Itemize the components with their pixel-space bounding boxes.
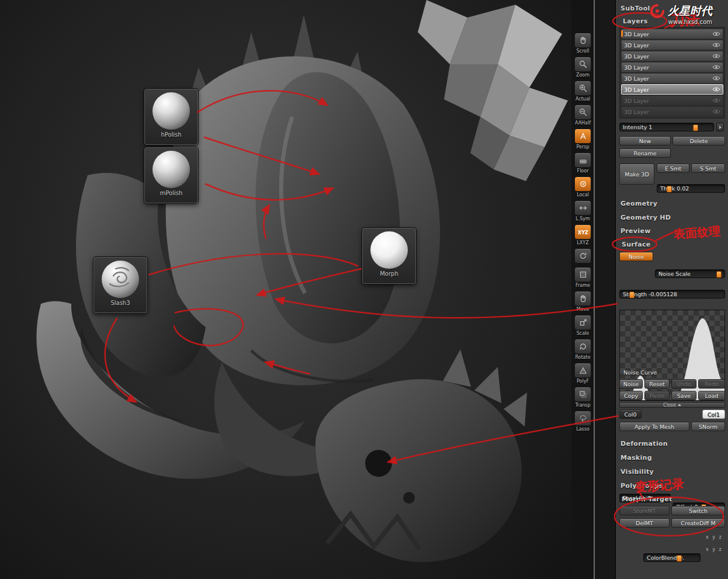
magnifier-icon (574, 105, 591, 120)
tool-scale[interactable]: Scale (574, 315, 591, 336)
geometry-header[interactable]: Geometry (620, 200, 657, 207)
delmt-button[interactable]: DelMT (619, 518, 670, 528)
eye-icon[interactable] (712, 42, 720, 48)
viewport-canvas[interactable]: hPolish mPolish Slash3 Morph (0, 0, 571, 579)
visibility-header[interactable]: Visibility (620, 468, 654, 476)
morph-xyz-toggles[interactable]: x y z (706, 535, 723, 540)
tool-palette: SubTool Layers 3D Layer 3D Layer 3D Laye… (615, 0, 728, 579)
polygroups-header[interactable]: Polygroups (620, 482, 663, 490)
noise-scale-slider[interactable]: Noise Scale (655, 269, 725, 278)
tool-spin[interactable] (574, 248, 591, 264)
layer-row[interactable]: 3D Layer (621, 62, 723, 72)
tool-floor[interactable]: Floor (574, 152, 591, 174)
tool-zoom[interactable]: Zoom (574, 57, 591, 78)
paste-button[interactable]: Paste (644, 391, 670, 400)
slider-knob[interactable] (693, 124, 698, 131)
col1-swatch-button[interactable]: Col1 (702, 410, 725, 419)
layer-row[interactable]: 3D Layer (621, 73, 723, 84)
thick-slider[interactable]: Thick 0.02 (657, 184, 725, 193)
layer-row[interactable]: 3D Layer (621, 106, 723, 117)
brush-thumb-slash3[interactable]: Slash3 (93, 257, 147, 313)
eye-icon[interactable] (712, 109, 720, 115)
layer-row-selected[interactable]: 3D Layer (621, 84, 723, 95)
undo-button[interactable]: Undo (671, 379, 696, 389)
reset-button[interactable]: Reset (644, 379, 670, 389)
tool-move[interactable]: Move (574, 291, 591, 312)
tool-lasso[interactable]: Lasso (574, 411, 591, 432)
perspective-icon (574, 129, 591, 144)
masking-header[interactable]: Masking (620, 454, 652, 462)
project-morph-xyz-toggles[interactable]: x y z (706, 547, 723, 552)
tool-lsym[interactable]: L.Sym (574, 200, 591, 221)
scale-icon (574, 315, 591, 330)
surface-header[interactable]: Surface (622, 241, 650, 248)
make-3d-button[interactable]: Make 3D (619, 164, 654, 185)
eye-icon[interactable] (712, 98, 720, 103)
noise-toggle-button[interactable]: Noise (619, 252, 653, 261)
eye-icon[interactable] (712, 53, 720, 59)
layer-rename-button[interactable]: Rename (619, 148, 671, 158)
slider-knob[interactable] (677, 555, 682, 562)
brush-label: mPolish (160, 190, 183, 196)
load-button[interactable]: Load (698, 391, 725, 400)
s-smt-button[interactable]: S Smt (691, 164, 725, 173)
redo-button[interactable]: Redo (698, 379, 725, 389)
noise-button[interactable]: Noise (619, 379, 643, 389)
eye-icon[interactable] (712, 31, 720, 37)
tool-transp[interactable]: Transp (574, 387, 591, 408)
tool-aahalf[interactable]: AAHalf (574, 105, 591, 126)
eye-icon[interactable] (712, 75, 720, 81)
brush-thumb-mpolish[interactable]: mPolish (144, 147, 198, 203)
slider-knob[interactable] (629, 292, 635, 299)
switch-button[interactable]: Switch (671, 506, 725, 515)
layers-list: 3D Layer 3D Layer 3D Layer 3D Layer 3D L… (619, 27, 725, 119)
brush-thumb-morph[interactable]: Morph (362, 228, 416, 284)
layers-header[interactable]: Layers (623, 18, 648, 25)
col0-swatch-button[interactable]: Col0 (619, 410, 642, 419)
snorm-button[interactable]: SNorm (691, 422, 725, 431)
tool-lxyz[interactable]: XYZ LXYZ (574, 224, 591, 245)
eye-icon[interactable] (712, 64, 720, 70)
transparency-icon (574, 387, 591, 402)
rotate-arrow-icon (574, 339, 591, 354)
tool-scroll[interactable]: Scroll (574, 33, 591, 54)
logo-site-url: www.hxsd.com (668, 19, 712, 25)
tool-rotate[interactable]: Rotate (574, 339, 591, 360)
morph-target-header[interactable]: Morph Target (622, 495, 672, 503)
slider-knob[interactable] (716, 271, 722, 278)
layer-delete-button[interactable]: Delete (672, 136, 725, 145)
brush-thumb-hpolish[interactable]: hPolish (144, 89, 198, 145)
floor-grid-icon (574, 152, 591, 168)
tool-frame[interactable]: Frame (574, 267, 591, 288)
deformation-header[interactable]: Deformation (620, 440, 668, 448)
layer-row[interactable]: 3D Layer (621, 40, 723, 50)
layer-row[interactable]: 3D Layer (621, 95, 723, 106)
intensity-stepper-button[interactable] (716, 123, 724, 131)
right-shelf: Scroll Zoom Actual AAHalf Persp Floor Lo… (572, 33, 594, 432)
preview-header[interactable]: Preview (620, 227, 651, 235)
eye-icon[interactable] (712, 86, 720, 92)
apply-to-mesh-button[interactable]: Apply To Mesh (619, 422, 689, 431)
subtool-header[interactable]: SubTool (620, 5, 650, 12)
magnifier-icon (574, 81, 591, 96)
canvas-edge-divider[interactable] (594, 0, 595, 579)
strength-slider[interactable]: Strength -0.005128 (619, 290, 725, 299)
intensity-slider[interactable]: Intensity 1 (619, 123, 714, 131)
e-smt-button[interactable]: E Smt (657, 164, 689, 173)
geometry-hd-header[interactable]: Geometry HD (620, 214, 671, 221)
layer-row[interactable]: 3D Layer (621, 29, 723, 39)
storemt-button[interactable]: StoreMT (619, 506, 670, 515)
close-bar[interactable]: Close (619, 402, 725, 408)
colorblend-slider[interactable]: ColorBlend 0. (643, 553, 701, 562)
tool-polyf[interactable]: PolyF (574, 363, 591, 384)
panel-gutter (595, 0, 615, 579)
layer-row[interactable]: 3D Layer (621, 51, 723, 61)
tool-actual[interactable]: Actual (574, 81, 591, 102)
slider-knob[interactable] (667, 186, 672, 193)
tool-persp[interactable]: Persp (574, 129, 591, 150)
copy-button[interactable]: Copy (619, 391, 643, 400)
save-button[interactable]: Save (671, 391, 696, 400)
creatediff-button[interactable]: CreateDiff M (671, 518, 725, 528)
tool-local[interactable]: Local (574, 176, 591, 197)
layer-new-button[interactable]: New (619, 136, 671, 145)
